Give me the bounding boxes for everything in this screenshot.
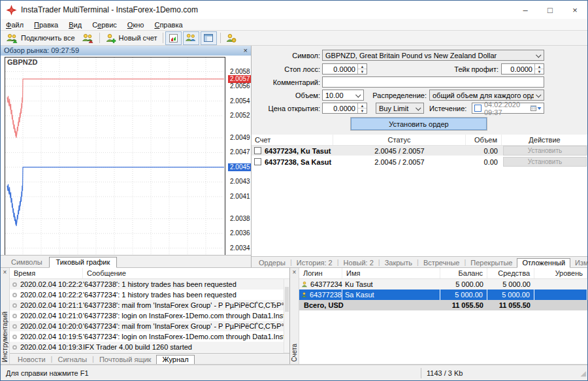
- journal-row[interactable]: 2020.02.04 10:21:0...'64377238': login o…: [10, 310, 289, 321]
- tab-new[interactable]: Новый: 2: [339, 259, 378, 267]
- take-profit-spinner[interactable]: ▲▼: [534, 64, 544, 74]
- menu-item-window[interactable]: Окно: [122, 20, 150, 29]
- menu-item-edit[interactable]: Правка: [29, 20, 63, 29]
- menu-item-view[interactable]: Вид: [63, 20, 87, 29]
- log-entry-icon: [12, 303, 17, 308]
- spin-up-icon[interactable]: ▲: [535, 64, 544, 69]
- tab-modify[interactable]: Изменить: [570, 259, 588, 267]
- accounts-panel: × Счета ЛогинИмяБалансСредстваУровень643…: [290, 268, 587, 364]
- account-settings-button[interactable]: [223, 31, 239, 45]
- journal-row[interactable]: 2020.02.04 10:22:2...'64377234': 1 histo…: [10, 290, 289, 300]
- scrollbar-thumb[interactable]: [285, 287, 289, 312]
- stop-loss-value: 0.0000: [323, 65, 357, 73]
- account-row[interactable]: 64377234Ku Tasut5 000.005 000.00: [299, 279, 587, 290]
- set-order-button[interactable]: Установить: [503, 157, 587, 167]
- account-name-cell: Ku Tasut: [342, 280, 440, 288]
- journal-row[interactable]: 2020.02.04 10:19:5...'64377234': login o…: [10, 331, 289, 342]
- spin-down-icon[interactable]: ▼: [358, 69, 367, 74]
- take-profit-label: Тейк профит:: [428, 65, 498, 73]
- connect-all-label: Подключить все: [21, 34, 75, 42]
- menu-item-file[interactable]: Файл: [1, 20, 29, 29]
- axis-tick-label: 2.0043: [230, 178, 250, 185]
- total-equity-cell: 11 055.50: [487, 301, 534, 309]
- order-volume-cell: 0.00: [466, 147, 502, 155]
- take-profit-input[interactable]: 0.0000 ▲▼: [501, 63, 544, 75]
- tab-journal[interactable]: Журнал: [156, 355, 194, 364]
- spin-up-icon[interactable]: ▲: [358, 64, 367, 69]
- volume-select[interactable]: 10.00: [322, 90, 364, 101]
- tab-close[interactable]: Закрыть: [380, 259, 417, 267]
- distribution-select[interactable]: общий объем для каждого ордера: [429, 90, 544, 101]
- spin-up-icon[interactable]: ▲: [358, 103, 367, 108]
- open-price-spinner[interactable]: ▲▼: [357, 103, 367, 113]
- menu-item-help[interactable]: Справка: [149, 20, 188, 29]
- account-name-cell: Sa Kasut: [342, 290, 440, 300]
- account-label: 64377234, Ku Tasut: [265, 147, 331, 155]
- account-checkbox[interactable]: [254, 147, 261, 154]
- journal-time: 2020.02.04 10:21:1...: [20, 301, 83, 309]
- market-watch-close-icon[interactable]: ×: [244, 46, 248, 56]
- symbol-select[interactable]: GBPNZD, Great Britain Pound vs New Zeala…: [322, 50, 544, 61]
- accounts-toggle-button[interactable]: [183, 31, 199, 45]
- axis-tick-label: 2.0054: [230, 97, 250, 105]
- new-account-button[interactable]: Новый счет: [102, 31, 161, 45]
- journal-row[interactable]: 2020.02.04 10:19:3...IFX Trader 4.00 bui…: [10, 342, 289, 352]
- order-account-cell: 64377238, Sa Kasut: [252, 158, 333, 166]
- order-type-select[interactable]: Buy Limit: [376, 103, 424, 114]
- accounts-side-strip: × Счета: [290, 268, 299, 364]
- minimize-button[interactable]: –: [513, 1, 538, 19]
- maximize-button[interactable]: □: [538, 1, 563, 19]
- resize-grip[interactable]: ◢: [577, 367, 587, 379]
- tab-tick-chart[interactable]: Тиковый график: [49, 257, 118, 268]
- tab-mailbox[interactable]: Почтовый ящик: [94, 356, 156, 364]
- journal-message: '64377234': login on InstaForex-1Demo.co…: [83, 333, 289, 340]
- menu-item-service[interactable]: Сервис: [87, 20, 122, 29]
- tab-news[interactable]: Новости: [12, 356, 51, 364]
- expiration-input[interactable]: 04.02.2020 09:37: [472, 103, 544, 114]
- toolbox-close-icon[interactable]: ×: [3, 268, 7, 276]
- tab-pending[interactable]: Отложенный: [517, 258, 570, 268]
- journal-row[interactable]: 2020.02.04 10:22:2...'64377238': 1 histo…: [10, 279, 289, 290]
- place-order-button[interactable]: Установить ордер: [351, 118, 487, 130]
- tab-signals[interactable]: Сигналы: [52, 356, 92, 364]
- tab-symbols[interactable]: Символы: [5, 257, 49, 267]
- market-watch-title: Обзор рынка: 09:27:59: [4, 46, 79, 56]
- account-balance-cell: 5 000.00: [440, 290, 487, 300]
- toolbar-separator: [163, 33, 163, 43]
- open-price-input[interactable]: 0.0000 ▲▼: [322, 103, 367, 114]
- stop-loss-input[interactable]: 0.0000 ▲▼: [322, 63, 367, 75]
- connect-all-button[interactable]: Подключить все: [3, 31, 78, 45]
- comment-input[interactable]: [322, 76, 544, 88]
- total-label-cell: Всего, USD: [299, 301, 342, 309]
- set-order-button[interactable]: Установить: [503, 146, 587, 156]
- stop-loss-spinner[interactable]: ▲▼: [357, 64, 367, 74]
- journal-row[interactable]: 2020.02.04 10:20:0...'64377234': mail fr…: [10, 321, 289, 331]
- tab-history[interactable]: История: 2: [292, 259, 337, 267]
- toolbox-toggle-button[interactable]: [201, 31, 217, 45]
- axis-tick-label: 2.0049: [230, 134, 250, 141]
- distribution-label: Распределение:: [361, 91, 427, 99]
- tab-orders[interactable]: Ордеры: [254, 259, 290, 267]
- orders-table-row[interactable]: 64377234, Ku Tasut2.0045 / 2.00570.00Уст…: [252, 146, 588, 157]
- journal-row[interactable]: 2020.02.04 10:21:1...'64377238': mail fr…: [10, 300, 289, 310]
- account-row[interactable]: 64377238Sa Kasut5 000.005 000.00: [299, 290, 587, 300]
- status-bar: Для справки нажмите F1 1143 / 3 Kb ◢: [1, 365, 587, 380]
- calendar-icon[interactable]: [531, 105, 542, 111]
- journal-scrollbar[interactable]: [284, 279, 289, 353]
- accounts-close-icon[interactable]: ×: [293, 268, 297, 276]
- orders-table-row[interactable]: 64377238, Sa Kasut2.0045 / 2.00570.00Уст…: [252, 157, 588, 168]
- journal-time-cell: 2020.02.04 10:20:0...: [10, 322, 83, 330]
- spin-down-icon[interactable]: ▼: [535, 69, 544, 74]
- expiration-checkbox[interactable]: [474, 105, 482, 112]
- tab-overlapped[interactable]: Перекрытые: [466, 259, 517, 267]
- close-button[interactable]: ×: [563, 1, 587, 19]
- spin-down-icon[interactable]: ▼: [358, 108, 367, 113]
- market-watch-toggle-button[interactable]: [165, 31, 182, 45]
- stop-loss-label: Стоп лосс:: [252, 65, 320, 73]
- status-counter: 1143 / 3 Kb: [421, 369, 577, 377]
- account-checkbox[interactable]: [254, 158, 261, 165]
- accounts-table-header: ЛогинИмяБалансСредстваУровень: [299, 268, 587, 279]
- axis-tick-label: 2.0052: [230, 112, 250, 119]
- tab-counter[interactable]: Встречные: [419, 259, 465, 267]
- disconnect-all-button[interactable]: [78, 31, 97, 45]
